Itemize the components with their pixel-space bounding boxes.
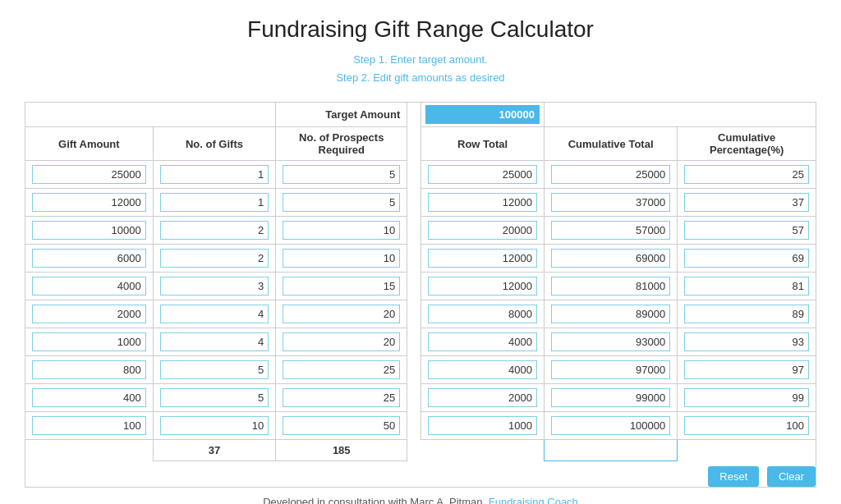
cum-total-3[interactable] xyxy=(551,221,670,240)
footer: Developed in consultation with Marc A. P… xyxy=(25,496,816,504)
gift-input-4[interactable] xyxy=(32,249,146,268)
row-total-5[interactable] xyxy=(428,277,537,296)
cum-total-2[interactable] xyxy=(551,193,670,212)
row-total-6[interactable] xyxy=(428,305,537,323)
cum-pct-2[interactable] xyxy=(684,193,809,212)
cum-total-5[interactable] xyxy=(551,277,670,296)
row-total-8[interactable] xyxy=(428,360,537,379)
table-row xyxy=(25,300,816,328)
num-gifts-input-5[interactable] xyxy=(160,277,269,296)
target-label: Target Amount xyxy=(276,103,407,127)
table-row xyxy=(25,412,816,440)
num-gifts-input-8[interactable] xyxy=(160,360,269,379)
gift-input-5[interactable] xyxy=(32,277,146,296)
table-row xyxy=(25,356,816,384)
table-row xyxy=(25,273,816,300)
gift-input-10[interactable] xyxy=(32,416,146,435)
num-gifts-input-3[interactable] xyxy=(160,221,269,240)
gift-input-8[interactable] xyxy=(32,360,146,379)
total-num-gifts: 37 xyxy=(153,440,276,461)
cum-total-8[interactable] xyxy=(551,360,670,379)
target-amount-input[interactable] xyxy=(425,105,540,124)
prospects-input-8[interactable] xyxy=(283,360,400,379)
num-gifts-input-4[interactable] xyxy=(160,249,269,268)
table-row xyxy=(25,384,816,412)
cum-total-7[interactable] xyxy=(551,332,670,351)
num-gifts xyxy=(153,161,276,189)
num-gifts-input-6[interactable] xyxy=(160,305,269,323)
row-total-1[interactable] xyxy=(428,165,537,184)
cum-total-1[interactable] xyxy=(551,165,670,184)
page-title: Fundraising Gift Range Calculator xyxy=(25,16,816,43)
prospects-input-7[interactable] xyxy=(283,332,400,351)
table-row xyxy=(25,161,816,189)
row-total-4[interactable] xyxy=(428,249,537,268)
table-row xyxy=(25,328,816,356)
col-gift-amount: Gift Amount xyxy=(25,127,154,161)
prospects-input-10[interactable] xyxy=(283,416,400,435)
cum-pct-8[interactable] xyxy=(684,360,809,379)
total-cum-total: 100000 xyxy=(544,440,677,461)
clear-button[interactable]: Clear xyxy=(767,466,816,487)
target-input-cell xyxy=(421,103,545,127)
row-total-3[interactable] xyxy=(428,221,537,240)
prospects-input-5[interactable] xyxy=(283,277,400,296)
table-row xyxy=(25,189,816,217)
spacer xyxy=(407,103,421,127)
gift-input-9[interactable] xyxy=(32,388,146,407)
calculator-table: Target Amount Gift Amount No. of Gifts N… xyxy=(25,102,816,488)
cum-pct-10[interactable] xyxy=(684,416,809,435)
instructions: Step 1. Enter target amount. Step 2. Edi… xyxy=(25,51,816,87)
col-num-gifts: No. of Gifts xyxy=(153,127,276,161)
cum-pct-9[interactable] xyxy=(684,388,809,407)
reset-button[interactable]: Reset xyxy=(708,466,759,487)
prospects-input-1[interactable] xyxy=(283,165,400,184)
cum-total-10[interactable] xyxy=(551,416,670,435)
gift-input-1[interactable] xyxy=(32,165,146,184)
row-total-9[interactable] xyxy=(428,388,537,407)
empty-cell-2 xyxy=(544,103,816,127)
col-prospects: No. of Prospects Required xyxy=(276,127,407,161)
cum-pct-5[interactable] xyxy=(684,277,809,296)
gift-input-2[interactable] xyxy=(32,193,146,212)
footer-link[interactable]: Fundraising Coach xyxy=(489,496,578,504)
gift-input-7[interactable] xyxy=(32,332,146,351)
cum-pct-4[interactable] xyxy=(684,249,809,268)
col-row-total: Row Total xyxy=(421,127,545,161)
num-gifts-input-9[interactable] xyxy=(160,388,269,407)
totals-row: 37 185 100000 xyxy=(25,440,816,461)
cum-total xyxy=(544,161,677,189)
col-cum-total: Cumulative Total xyxy=(544,127,677,161)
num-gifts-input-2[interactable] xyxy=(160,193,269,212)
prospects-input-4[interactable] xyxy=(283,249,400,268)
prospects-input-3[interactable] xyxy=(283,221,400,240)
row-total-7[interactable] xyxy=(428,332,537,351)
gift-input-6[interactable] xyxy=(32,305,146,323)
table-row xyxy=(25,245,816,273)
table-row xyxy=(25,217,816,245)
prospects-input-9[interactable] xyxy=(283,388,400,407)
cum-total-4[interactable] xyxy=(551,249,670,268)
col-cum-pct: Cumulative Percentage(%) xyxy=(678,127,816,161)
buttons-row: Reset Clear xyxy=(25,461,816,488)
row-total-2[interactable] xyxy=(428,193,537,212)
cum-total-6[interactable] xyxy=(551,305,670,323)
num-gifts-input-7[interactable] xyxy=(160,332,269,351)
empty-cell-1 xyxy=(25,103,276,127)
footer-text: Developed in consultation with Marc A. P… xyxy=(263,496,485,504)
spacer-header xyxy=(407,127,421,161)
cum-pct-3[interactable] xyxy=(684,221,809,240)
cum-pct-6[interactable] xyxy=(684,305,809,323)
cum-pct-1[interactable] xyxy=(684,165,809,184)
target-row: Target Amount xyxy=(25,103,816,127)
gift-amount xyxy=(25,161,154,189)
cum-total-9[interactable] xyxy=(551,388,670,407)
gift-input-3[interactable] xyxy=(32,221,146,240)
row-total-10[interactable] xyxy=(428,416,537,435)
cum-pct-7[interactable] xyxy=(684,332,809,351)
prospects-input-2[interactable] xyxy=(283,193,400,212)
column-headers: Gift Amount No. of Gifts No. of Prospect… xyxy=(25,127,816,161)
prospects-input-6[interactable] xyxy=(283,305,400,323)
num-gifts-input-10[interactable] xyxy=(160,416,269,435)
num-gifts-input-1[interactable] xyxy=(160,165,269,184)
